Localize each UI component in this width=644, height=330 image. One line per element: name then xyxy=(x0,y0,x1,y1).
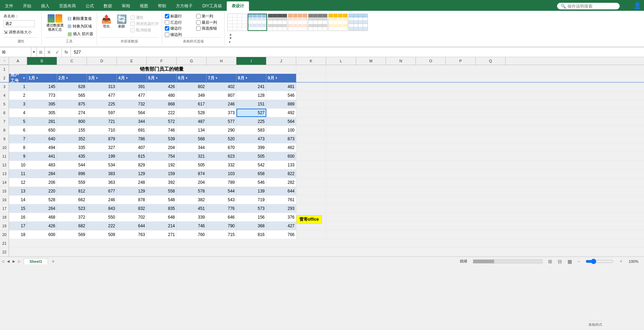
cell-G17[interactable]: 451 xyxy=(177,204,207,213)
col-header-J[interactable]: J xyxy=(266,57,296,65)
col-header-C[interactable]: C xyxy=(57,57,87,65)
tab-review[interactable]: 审阅 xyxy=(117,1,135,11)
add-sheet-btn[interactable]: ＋ xyxy=(48,258,58,265)
chk-total-row[interactable] xyxy=(165,20,169,25)
cell-C9[interactable]: 352 xyxy=(57,135,87,143)
view-pagebreak-btn[interactable]: ▦ xyxy=(567,259,572,264)
cell-J18[interactable]: 376 xyxy=(266,213,296,221)
cell-F6[interactable]: 222 xyxy=(147,109,177,117)
row-header-6[interactable]: 6 xyxy=(0,109,9,117)
cell-A15[interactable]: 13 xyxy=(9,187,27,195)
cell-G11[interactable]: 321 xyxy=(177,152,207,160)
cell-A16[interactable]: 14 xyxy=(9,196,27,204)
cell-G19[interactable]: 746 xyxy=(177,222,207,230)
zoom-in-btn[interactable]: ＋ xyxy=(619,258,623,264)
col-header-N[interactable]: N xyxy=(386,57,416,65)
view-normal-btn[interactable]: ⊞ xyxy=(548,259,552,264)
col-header-G[interactable]: G xyxy=(177,57,207,65)
cell-C14[interactable]: 559 xyxy=(57,178,87,187)
cell-H11[interactable]: 623 xyxy=(207,152,236,160)
cell-J6[interactable]: 492 xyxy=(266,109,296,117)
row-header-11[interactable]: 11 xyxy=(0,152,9,160)
cell-F15[interactable]: 558 xyxy=(147,187,177,195)
row-header-3[interactable]: 3 xyxy=(0,82,9,91)
name-box[interactable]: I6 xyxy=(0,47,31,57)
chk-banded-cols[interactable] xyxy=(165,32,169,37)
cell-H7[interactable]: 577 xyxy=(207,117,236,126)
cell-D18[interactable]: 550 xyxy=(87,213,117,221)
row-header-21[interactable]: 21 xyxy=(0,239,9,248)
cell-E2-header[interactable]: 4月▼ xyxy=(117,74,147,82)
cell-K8[interactable] xyxy=(296,126,326,134)
cell-J19[interactable]: 427 xyxy=(266,222,296,230)
cell-I4[interactable]: 128 xyxy=(236,91,266,100)
tab-help[interactable]: 帮助 xyxy=(153,1,171,11)
cell-J10[interactable]: 462 xyxy=(266,143,296,152)
cell-rest-18[interactable] xyxy=(326,213,644,221)
col-header-M[interactable]: M xyxy=(356,57,386,65)
cell-C3[interactable]: 628 xyxy=(57,82,87,91)
row-header-15[interactable]: 15 xyxy=(0,187,9,195)
cell-I7[interactable]: 225 xyxy=(236,117,266,126)
cell-B18[interactable]: 468 xyxy=(27,213,57,221)
cell-B13[interactable]: 284 xyxy=(27,170,57,178)
cell-H5[interactable]: 246 xyxy=(207,100,236,108)
cell-H10[interactable]: 670 xyxy=(207,143,236,152)
cell-D13[interactable]: 383 xyxy=(87,170,117,178)
cell-K20[interactable] xyxy=(296,230,326,239)
cell-B9[interactable]: 640 xyxy=(27,135,57,143)
chk-filter-btn[interactable] xyxy=(196,26,201,31)
cell-B19[interactable]: 426 xyxy=(27,222,57,230)
cell-F9[interactable]: 539 xyxy=(147,135,177,143)
cell-G10[interactable]: 344 xyxy=(177,143,207,152)
col-header-E[interactable]: E xyxy=(117,57,147,65)
cell-E5[interactable]: 732 xyxy=(117,100,147,108)
cell-G9[interactable]: 568 xyxy=(177,135,207,143)
cell-B6[interactable]: 305 xyxy=(27,109,57,117)
cell-D9[interactable]: 879 xyxy=(87,135,117,143)
col-header-F[interactable]: F xyxy=(147,57,177,65)
cell-I16[interactable]: 719 xyxy=(236,196,266,204)
cell-rest-8[interactable] xyxy=(326,126,644,134)
refresh-btn[interactable]: 🔄 刷新 xyxy=(115,14,128,30)
cell-I5[interactable]: 151 xyxy=(236,100,266,108)
cell-D3[interactable]: 313 xyxy=(87,82,117,91)
cell-C19[interactable]: 682 xyxy=(57,222,87,230)
cell-E4[interactable]: 477 xyxy=(117,91,147,100)
cell-K4[interactable] xyxy=(296,91,326,100)
cell-A12[interactable]: 10 xyxy=(9,161,27,169)
cell-G18[interactable]: 339 xyxy=(177,213,207,221)
col-header-D[interactable]: D xyxy=(87,57,117,65)
cell-H12[interactable]: 332 xyxy=(207,161,236,169)
cell-E17[interactable]: 832 xyxy=(117,204,147,213)
cell-I8[interactable]: 583 xyxy=(236,126,266,134)
expand-namebox-btn[interactable]: ▼ xyxy=(31,47,37,57)
cell-E12[interactable]: 829 xyxy=(117,161,147,169)
col-header-O[interactable]: O xyxy=(416,57,446,65)
chk-title-row[interactable] xyxy=(165,14,169,18)
cell-K3[interactable] xyxy=(296,82,326,91)
cell-G14[interactable]: 204 xyxy=(177,178,207,187)
resize-table-btn[interactable]: ⇲ 调整表格大小 xyxy=(3,29,38,35)
cell-I9[interactable]: 473 xyxy=(236,135,266,143)
cell-F3[interactable]: 426 xyxy=(147,82,177,91)
cell-K6[interactable] xyxy=(296,109,326,117)
row-header-9[interactable]: 9 xyxy=(0,135,9,143)
cell-E14[interactable]: 248 xyxy=(117,178,147,187)
cell-I3[interactable]: 241 xyxy=(236,82,266,91)
cell-J20[interactable]: 766 xyxy=(266,230,296,239)
tab-home[interactable]: 开始 xyxy=(18,1,36,11)
cell-A8[interactable]: 6 xyxy=(9,126,27,134)
cell-C11[interactable]: 435 xyxy=(57,152,87,160)
cell-I2-header[interactable]: 8月▼ xyxy=(236,74,266,82)
cell-E13[interactable]: 129 xyxy=(117,170,147,178)
cell-F19[interactable]: 214 xyxy=(147,222,177,230)
cell-D11[interactable]: 199 xyxy=(87,152,117,160)
row-header-14[interactable]: 14 xyxy=(0,178,9,187)
cell-A9[interactable]: 7 xyxy=(9,135,27,143)
cell-F5[interactable]: 868 xyxy=(147,100,177,108)
cell-K17[interactable] xyxy=(296,204,326,213)
cell-B7[interactable]: 281 xyxy=(27,117,57,126)
cell-G6[interactable]: 528 xyxy=(177,109,207,117)
cell-H20[interactable]: 715 xyxy=(207,230,236,239)
